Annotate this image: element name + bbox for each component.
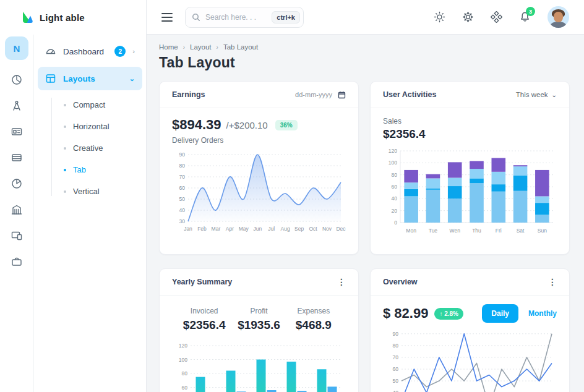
- svg-text:Aug: Aug: [281, 226, 290, 232]
- bullet-dot: [64, 169, 66, 171]
- svg-text:120: 120: [179, 343, 187, 349]
- stat-value: $468.9: [286, 318, 341, 332]
- stat-label: Profit: [231, 307, 286, 315]
- svg-text:40: 40: [392, 195, 398, 202]
- svg-text:Jan: Jan: [184, 226, 192, 232]
- page-title: Tab Layout: [159, 54, 570, 71]
- sidebar-subitem-compact[interactable]: Compact: [51, 94, 142, 116]
- breadcrumb-current: Tab Layout: [223, 43, 258, 51]
- svg-text:40: 40: [393, 390, 399, 392]
- svg-text:Dec: Dec: [336, 226, 346, 232]
- theme-sun-icon[interactable]: [434, 11, 445, 23]
- earnings-percent-badge: 36%: [275, 120, 298, 130]
- svg-text:60: 60: [392, 184, 398, 190]
- hamburger-menu-icon[interactable]: [161, 13, 173, 22]
- subitem-label: Tab: [73, 165, 86, 174]
- date-picker[interactable]: dd-mm-yyyy: [295, 91, 346, 99]
- bullet-dot: [64, 190, 66, 193]
- id-card-icon[interactable]: [11, 126, 23, 138]
- sidebar-subitem-creative[interactable]: Creative: [51, 137, 142, 159]
- sidebar-subitem-tab[interactable]: Tab: [51, 159, 142, 181]
- subitem-label: Vertical: [73, 187, 100, 196]
- monthly-button[interactable]: Monthly: [528, 309, 557, 318]
- chevron-right-icon: ›: [132, 48, 135, 55]
- devices-icon[interactable]: [11, 229, 23, 242]
- svg-text:Tue: Tue: [429, 228, 438, 234]
- bullet-dot: [64, 126, 66, 128]
- breadcrumb-separator: ›: [183, 44, 185, 51]
- settings-gear-icon[interactable]: [462, 11, 474, 23]
- daily-button[interactable]: Daily: [482, 304, 518, 323]
- yearly-summary-card: Yearly Summary ⋮ Invoiced $2356.4 Profit…: [159, 268, 359, 392]
- svg-text:80: 80: [393, 343, 399, 349]
- yearly-summary-bar-chart: 406080100120: [172, 342, 346, 392]
- svg-text:60: 60: [179, 185, 186, 191]
- drafting-compass-icon[interactable]: [11, 100, 23, 112]
- card-title: Yearly Summary: [172, 278, 232, 286]
- briefcase-icon[interactable]: [11, 255, 23, 268]
- sidebar: Light able N: [0, 0, 147, 392]
- top-header: ctrl+k 3: [147, 0, 584, 35]
- svg-text:80: 80: [179, 163, 186, 169]
- earnings-delta: /+$200.10: [226, 120, 268, 130]
- breadcrumb-home[interactable]: Home: [159, 43, 178, 51]
- brand-logo-icon: [20, 11, 34, 24]
- app-root: Light able N: [0, 0, 584, 392]
- widgets-diamond-icon[interactable]: [491, 11, 502, 23]
- sidebar-item-dashboard[interactable]: Dashboard 2 ›: [38, 40, 142, 63]
- svg-text:80: 80: [182, 370, 188, 377]
- svg-text:Mar: Mar: [212, 226, 221, 232]
- calendar-icon: [338, 91, 346, 99]
- building-icon[interactable]: [11, 203, 23, 216]
- breadcrumb: Home › Layout › Tab Layout: [159, 43, 570, 51]
- sales-value: $2356.4: [383, 127, 557, 141]
- nav-initial-tile[interactable]: N: [5, 36, 28, 60]
- sidebar-subitem-vertical[interactable]: Vertical: [51, 181, 142, 202]
- subitem-label: Compact: [73, 100, 105, 109]
- search-icon: [192, 13, 200, 22]
- pie-chart-alt-icon[interactable]: [11, 177, 23, 190]
- breadcrumb-layout[interactable]: Layout: [190, 43, 212, 51]
- page-content: Home › Layout › Tab Layout Tab Layout Ea…: [147, 35, 584, 392]
- earnings-subtitle: Delivery Orders: [172, 136, 346, 145]
- search-box[interactable]: ctrl+k: [185, 7, 304, 28]
- sidebar-item-layouts[interactable]: Layouts ⌄: [38, 67, 142, 90]
- pie-chart-icon[interactable]: [11, 74, 23, 86]
- week-filter-dropdown[interactable]: This week ⌄: [516, 91, 557, 98]
- svg-text:Sat: Sat: [517, 228, 525, 234]
- earnings-line-chart: 30405060708090JanFebMarAprMayJunJulAugSe…: [172, 150, 346, 235]
- svg-text:90: 90: [393, 331, 399, 337]
- svg-text:Jul: Jul: [268, 226, 275, 232]
- card-title: Earnings: [172, 90, 205, 99]
- stat-label: Expenses: [286, 307, 341, 315]
- stat-label: Invoiced: [177, 307, 231, 315]
- svg-text:60: 60: [182, 385, 188, 391]
- svg-text:120: 120: [389, 148, 397, 154]
- svg-text:0: 0: [394, 219, 397, 226]
- svg-text:Sep: Sep: [294, 226, 304, 232]
- svg-text:50: 50: [179, 196, 186, 202]
- sidebar-subitem-horizontal[interactable]: Horizontal: [51, 116, 142, 137]
- overview-percent-badge: ↑ 2.8%: [434, 308, 463, 320]
- nav-menu: Dashboard 2 › Layouts ⌄ Compact: [34, 35, 146, 392]
- notifications-bell-icon[interactable]: 3: [519, 11, 531, 23]
- user-avatar[interactable]: [548, 6, 569, 28]
- kebab-menu-icon[interactable]: ⋮: [548, 278, 557, 286]
- card-title: User Activities: [383, 90, 436, 99]
- table-icon[interactable]: [11, 151, 23, 164]
- search-shortcut-badge: ctrl+k: [272, 11, 300, 23]
- kebab-menu-icon[interactable]: ⋮: [337, 278, 346, 286]
- yearly-stats: Invoiced $2356.4 Profit $1935.6 Expenses…: [172, 304, 346, 333]
- earnings-amount: $894.39: [172, 117, 221, 133]
- chevron-down-icon: ⌄: [552, 92, 557, 98]
- svg-text:70: 70: [393, 354, 399, 360]
- bullet-dot: [64, 104, 66, 106]
- svg-text:Wen: Wen: [450, 228, 461, 234]
- main-area: ctrl+k 3: [147, 0, 584, 392]
- dashboard-badge: 2: [114, 46, 126, 57]
- search-input[interactable]: [205, 13, 267, 22]
- brand-logo[interactable]: Light able: [0, 0, 146, 35]
- sales-label: Sales: [383, 117, 557, 126]
- overview-line-chart: 405060708090: [383, 329, 557, 392]
- overview-amount: $ 82.99: [383, 305, 428, 322]
